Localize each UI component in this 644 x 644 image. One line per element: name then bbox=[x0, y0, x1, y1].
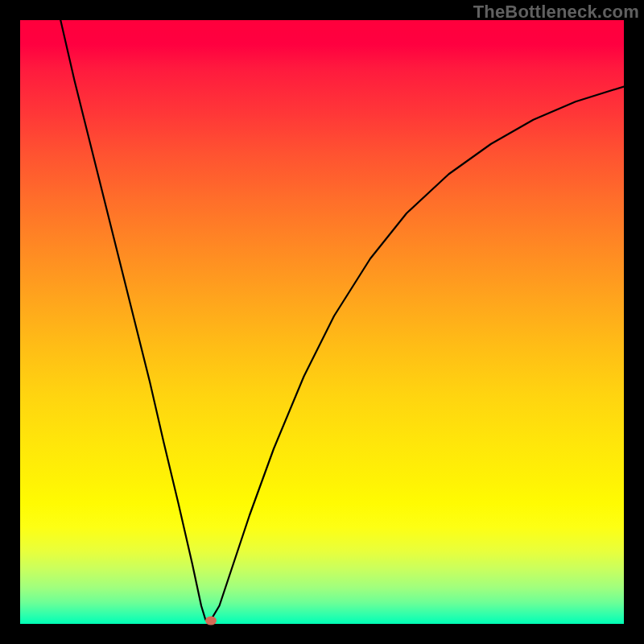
watermark: TheBottleneck.com bbox=[473, 2, 639, 23]
optimal-marker bbox=[205, 617, 217, 625]
chart-frame: TheBottleneck.com bbox=[0, 0, 644, 644]
curve-svg bbox=[20, 20, 624, 624]
plot-area bbox=[20, 20, 624, 624]
bottleneck-curve bbox=[60, 20, 624, 621]
